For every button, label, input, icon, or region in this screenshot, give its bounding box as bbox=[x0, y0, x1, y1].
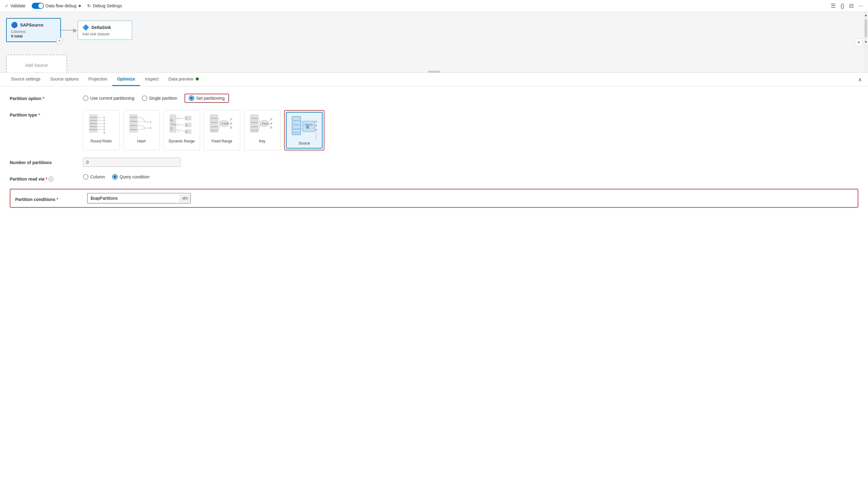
sap-node-header: 🔵 SAPSource bbox=[11, 22, 56, 28]
validate-button[interactable]: ✓ Validate bbox=[5, 3, 26, 8]
partition-option-required: * bbox=[42, 96, 44, 101]
canvas-collapse-bar[interactable] bbox=[428, 71, 440, 73]
dynamic-range-label: Dynamic Range bbox=[169, 139, 194, 143]
svg-text:1: 1 bbox=[230, 117, 232, 120]
svg-text:1: 1 bbox=[103, 125, 105, 128]
sap-node-add[interactable]: + bbox=[56, 37, 63, 44]
key-diagram: Keys 1 2 n ··· bbox=[249, 113, 276, 137]
partition-card-dynamic-range[interactable]: A Z 1 2 3 } } } bbox=[163, 110, 200, 150]
partition-conditions-badge: abc bbox=[179, 194, 191, 202]
debug-switch[interactable] bbox=[32, 3, 44, 9]
radio-column[interactable]: Column bbox=[83, 174, 105, 179]
debug-settings-button[interactable]: ↻ Debug Settings bbox=[87, 3, 122, 8]
sap-source-node[interactable]: 🔵 SAPSource Columns: 0 total + bbox=[6, 18, 61, 42]
radio-current-partitioning[interactable]: Use current partitioning bbox=[83, 95, 134, 101]
svg-line-83 bbox=[301, 125, 303, 126]
partition-conditions-input[interactable] bbox=[88, 193, 179, 203]
delta-node-icon: 🔷 bbox=[82, 24, 89, 31]
svg-line-63 bbox=[258, 118, 260, 122]
scrollbar-up-btn[interactable]: ▲ bbox=[864, 12, 868, 18]
number-of-partitions-input[interactable] bbox=[83, 158, 180, 167]
add-source-button[interactable]: Add Source ∨ bbox=[6, 55, 67, 73]
svg-rect-74 bbox=[292, 116, 301, 135]
svg-line-46 bbox=[218, 118, 220, 122]
radio-set-partitioning[interactable]: Set partitioning bbox=[189, 95, 225, 101]
fixed-range-label: Fixed Range bbox=[212, 139, 232, 143]
svg-text:1: 1 bbox=[315, 132, 317, 135]
partition-card-fixed-range[interactable]: Cond 1 2 3 Fixed Range bbox=[204, 110, 240, 150]
svg-text:}: } bbox=[178, 116, 179, 119]
svg-text:3: 3 bbox=[230, 126, 232, 129]
radio-query-condition[interactable]: Query condition bbox=[112, 174, 149, 179]
radio-single-label: Single partition bbox=[149, 96, 177, 101]
partition-type-controls: 1 2 3 1 2 3 Round Robin bbox=[83, 110, 858, 150]
svg-text:Z: Z bbox=[170, 127, 173, 131]
tab-projection[interactable]: Projection bbox=[83, 73, 112, 86]
radio-current-label: Use current partitioning bbox=[90, 96, 134, 101]
source-diagram: Source ⊞ 1 2 3 1 2 bbox=[291, 115, 318, 139]
sap-node-columns-label: Columns: bbox=[11, 30, 56, 34]
radio-set-label: Set partitioning bbox=[196, 96, 225, 101]
delta-sink-node[interactable]: 🔷 DeltaSink Add sink dataset bbox=[77, 20, 132, 40]
svg-text:2: 2 bbox=[230, 122, 232, 125]
tab-source-options[interactable]: Source options bbox=[45, 73, 83, 86]
partition-card-round-robin[interactable]: 1 2 3 1 2 3 Round Robin bbox=[83, 110, 119, 150]
tabs-bar: Source settings Source options Projectio… bbox=[0, 73, 868, 86]
scrollbar-thumb[interactable] bbox=[865, 19, 867, 38]
round-robin-diagram: 1 2 3 1 2 3 bbox=[88, 113, 115, 137]
number-of-partitions-control bbox=[83, 158, 858, 167]
partition-card-key[interactable]: Keys 1 2 n ··· Key bbox=[244, 110, 281, 150]
partition-read-via-info[interactable]: i bbox=[49, 176, 53, 182]
radio-current-outer bbox=[83, 95, 89, 101]
tab-data-preview[interactable]: Data preview bbox=[163, 73, 204, 86]
code-icon[interactable]: {} bbox=[841, 3, 844, 9]
partition-card-source[interactable]: Source ⊞ 1 2 3 1 2 bbox=[286, 112, 323, 149]
svg-text:1: 1 bbox=[270, 117, 272, 120]
content-area: Partition option * Use current partition… bbox=[0, 86, 868, 222]
svg-rect-56 bbox=[250, 114, 258, 133]
toolbar-right: ☰ {} ⊟ ··· bbox=[831, 2, 863, 9]
debug-settings-label: Debug Settings bbox=[93, 3, 122, 8]
svg-text:3: 3 bbox=[103, 122, 105, 125]
canvas-zoom-plus[interactable]: + bbox=[854, 38, 863, 47]
radio-set-inner bbox=[190, 97, 193, 100]
conditions-box: Partition conditions * abc bbox=[10, 189, 858, 208]
svg-text:1: 1 bbox=[186, 117, 187, 120]
svg-text:3: 3 bbox=[103, 131, 105, 134]
add-source-container: Add Source ∨ bbox=[6, 49, 67, 73]
number-of-partitions-row: Number of partitions bbox=[10, 158, 858, 167]
more-icon[interactable]: ··· bbox=[859, 3, 863, 9]
tab-collapse-button[interactable]: ∧ bbox=[858, 76, 862, 83]
toolbar: ✓ Validate Data flow debug ● ↻ Debug Set… bbox=[0, 0, 868, 12]
tab-optimize[interactable]: Optimize bbox=[112, 73, 140, 86]
svg-text:Keys: Keys bbox=[262, 122, 268, 125]
svg-text:Cond: Cond bbox=[221, 122, 228, 125]
partition-option-controls: Use current partitioning Single partitio… bbox=[83, 94, 858, 103]
radio-single-partition[interactable]: Single partition bbox=[142, 95, 177, 101]
partition-conditions-input-wrapper: abc bbox=[87, 193, 191, 203]
delta-node-header: 🔷 DeltaSink bbox=[82, 24, 128, 31]
validate-label: Validate bbox=[11, 3, 26, 8]
scrollbar-down-btn[interactable]: ▼ bbox=[864, 39, 868, 45]
tab-source-settings[interactable]: Source settings bbox=[6, 73, 45, 86]
set-partition-box: Set partitioning bbox=[185, 94, 229, 103]
partition-card-hash[interactable]: 1 2 Hash bbox=[123, 110, 160, 150]
dataflow-debug-label: Data flow debug bbox=[46, 3, 77, 8]
list-icon[interactable]: ☰ bbox=[831, 2, 836, 9]
dataflow-debug-toggle[interactable]: Data flow debug ● bbox=[32, 3, 81, 9]
radio-column-outer bbox=[83, 174, 89, 179]
tab-inspect[interactable]: Inspect bbox=[140, 73, 163, 86]
svg-text:2: 2 bbox=[103, 128, 105, 131]
radio-set-outer bbox=[189, 95, 194, 101]
svg-text:A: A bbox=[170, 118, 173, 122]
hash-diagram: 1 2 bbox=[128, 113, 155, 137]
view-icon[interactable]: ⊟ bbox=[849, 2, 854, 9]
partition-option-row: Partition option * Use current partition… bbox=[10, 94, 858, 103]
svg-text:}: } bbox=[178, 130, 179, 132]
svg-text:2: 2 bbox=[270, 122, 272, 125]
radio-query-inner bbox=[113, 175, 116, 178]
round-robin-label: Round Robin bbox=[91, 139, 112, 143]
partition-card-source-wrapper: Source ⊞ 1 2 3 1 2 bbox=[284, 110, 324, 150]
svg-line-64 bbox=[258, 122, 260, 124]
svg-text:···: ··· bbox=[271, 131, 273, 133]
